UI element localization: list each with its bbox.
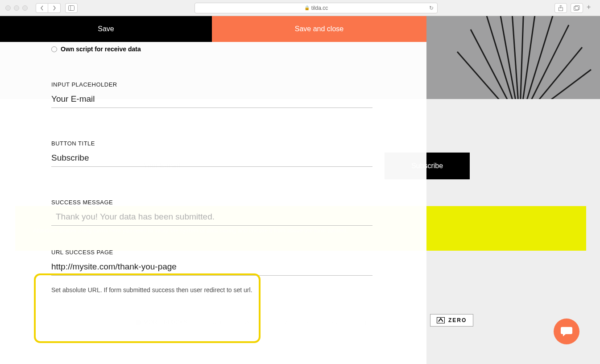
tabs-button[interactable] <box>571 3 583 13</box>
traffic-lights <box>5 5 28 11</box>
plant-illustration <box>430 16 600 99</box>
minimise-window-dot[interactable] <box>14 5 19 11</box>
zero-icon <box>437 317 445 323</box>
success-message-label: SUCCESS MESSAGE <box>51 199 375 206</box>
share-button[interactable] <box>554 3 567 13</box>
svg-rect-0 <box>69 5 74 10</box>
close-window-dot[interactable] <box>5 5 11 11</box>
own-script-label: Own script for receive data <box>61 46 141 53</box>
own-script-radio[interactable] <box>51 46 57 52</box>
url-text: tilda.cc <box>311 5 328 11</box>
svg-rect-4 <box>575 5 579 9</box>
save-button[interactable]: Save <box>0 16 212 42</box>
success-message-field[interactable] <box>51 210 372 226</box>
chat-fab[interactable] <box>554 318 579 344</box>
zero-block-button[interactable]: ZERO <box>430 314 473 327</box>
browser-chrome: 🔒 tilda.cc ↻ + <box>0 0 600 16</box>
address-bar[interactable]: 🔒 tilda.cc ↻ <box>194 3 438 13</box>
settings-panel: Save Save and close Own script for recei… <box>0 16 426 364</box>
nav-buttons <box>36 3 61 13</box>
sidebar-toggle[interactable] <box>65 3 78 13</box>
reload-icon[interactable]: ↻ <box>429 5 434 11</box>
input-placeholder-field[interactable] <box>51 92 372 108</box>
svg-rect-3 <box>574 6 579 10</box>
button-title-field[interactable] <box>51 151 372 167</box>
back-button[interactable] <box>36 3 48 13</box>
maximise-window-dot[interactable] <box>22 5 28 11</box>
url-success-field[interactable] <box>51 260 372 276</box>
save-and-close-button[interactable]: Save and close <box>212 16 426 42</box>
lock-icon: 🔒 <box>304 5 310 10</box>
input-placeholder-label: INPUT PLACEHOLDER <box>51 81 375 88</box>
button-title-label: BUTTON TITLE <box>51 140 375 147</box>
chat-icon <box>560 326 573 337</box>
url-success-label: URL SUCCESS PAGE <box>51 249 375 256</box>
forward-button[interactable] <box>48 3 61 13</box>
new-tab-button[interactable]: + <box>587 3 595 13</box>
url-success-hint: Set absolute URL. If form submitted succ… <box>51 286 375 294</box>
